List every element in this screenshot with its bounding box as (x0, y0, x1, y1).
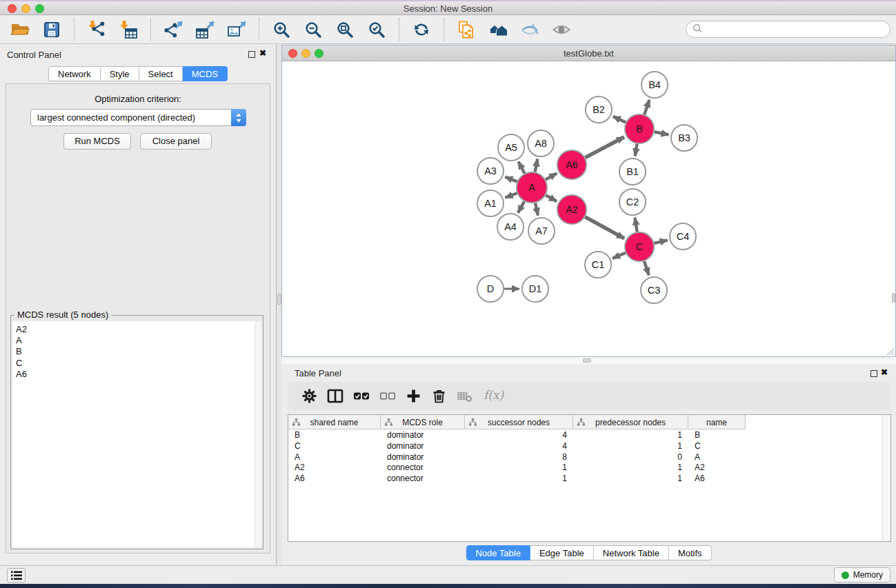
zoom-fit-icon[interactable] (335, 19, 355, 40)
graph-node-A2[interactable]: A2 (557, 195, 586, 224)
import-network-icon[interactable] (86, 19, 107, 40)
graph-node-B1[interactable]: B1 (619, 159, 646, 185)
graph-node-A3[interactable]: A3 (477, 158, 504, 184)
graph-edge-C-C1[interactable] (613, 253, 626, 258)
table-row-a2[interactable]: A2connector11A2 (288, 463, 882, 474)
network-canvas[interactable]: B4B2BB3A5A8A6A3B1AA1C2A2A4A7C4CC1C3DD1 (282, 62, 895, 356)
column-header-successor-nodes[interactable]: successor nodes (465, 415, 573, 429)
tab-node-table[interactable]: Node Table (466, 545, 530, 560)
zoom-selected-icon[interactable] (366, 19, 387, 40)
tab-mcds[interactable]: MCDS (183, 66, 228, 81)
graph-edge-A-A2[interactable] (546, 195, 557, 201)
import-table-icon[interactable] (118, 19, 139, 40)
graph-node-A5[interactable]: A5 (498, 134, 524, 161)
home-icon[interactable] (488, 19, 508, 40)
result-item-b[interactable]: B (12, 346, 261, 357)
delete-row-icon[interactable] (431, 387, 447, 404)
graph-edge-A-A5[interactable] (519, 161, 525, 173)
graph-edge-B-B3[interactable] (655, 132, 669, 134)
float-panel-icon[interactable] (870, 370, 877, 377)
search-input[interactable] (703, 23, 890, 36)
export-network-icon[interactable] (163, 19, 183, 40)
deselect-all-icon[interactable] (379, 387, 396, 404)
close-panel-icon[interactable]: ✖ (881, 367, 888, 377)
result-scrollbar[interactable] (255, 321, 261, 547)
table-row-a[interactable]: Adominator80A (288, 452, 882, 463)
float-panel-icon[interactable] (248, 51, 255, 58)
graph-node-B2[interactable]: B2 (586, 97, 612, 123)
hide-eye-icon[interactable] (519, 19, 540, 40)
tab-network[interactable]: Network (48, 66, 101, 81)
window-titlebar[interactable]: Session: New Session (0, 0, 896, 15)
divider-handle[interactable] (583, 358, 591, 363)
graph-edge-A-A7[interactable] (535, 203, 538, 215)
tab-style[interactable]: Style (101, 66, 139, 81)
graph-node-A1[interactable]: A1 (477, 190, 504, 216)
graph-edge-B-B1[interactable] (635, 144, 637, 156)
horizontal-split-divider[interactable] (281, 357, 896, 364)
graph-edge-B-B4[interactable] (644, 100, 649, 114)
graph-node-C4[interactable]: C4 (670, 223, 696, 250)
task-history-button[interactable] (7, 568, 26, 582)
graph-edge-A-A8[interactable] (535, 159, 538, 172)
graph-node-C3[interactable]: C3 (641, 277, 667, 303)
graph-edge-C-C4[interactable] (654, 240, 667, 243)
column-header-name[interactable]: name (688, 415, 746, 429)
graph-edge-C-C3[interactable] (644, 261, 649, 275)
graph-node-C1[interactable]: C1 (585, 252, 611, 278)
criterion-dropdown[interactable]: largest connected component (directed) (30, 109, 246, 126)
close-panel-icon[interactable]: ✖ (259, 48, 266, 58)
graph-node-A4[interactable]: A4 (497, 214, 524, 240)
result-item-a2[interactable]: A2 (12, 324, 261, 335)
graph-edge-A-A4[interactable] (518, 201, 524, 213)
graph-edge-A6-B[interactable] (585, 137, 624, 158)
close-panel-button[interactable]: Close panel (140, 133, 212, 150)
network-graph[interactable]: B4B2BB3A5A8A6A3B1AA1C2A2A4A7C4CC1C3DD1 (282, 62, 895, 356)
graph-node-A8[interactable]: A8 (528, 130, 554, 156)
graph-node-B4[interactable]: B4 (641, 72, 668, 98)
tab-edge-table[interactable]: Edge Table (530, 545, 594, 560)
export-image-icon[interactable] (226, 19, 247, 40)
zoom-out-icon[interactable] (303, 19, 323, 40)
save-session-icon[interactable] (41, 19, 62, 40)
table-row-b[interactable]: Bdominator41B (288, 430, 882, 441)
open-session-icon[interactable] (10, 19, 30, 40)
show-column-icon[interactable] (327, 387, 344, 404)
vertical-split-divider[interactable] (276, 45, 281, 565)
tab-select[interactable]: Select (139, 66, 183, 81)
graph-node-C2[interactable]: C2 (619, 189, 646, 215)
result-item-c[interactable]: C (12, 358, 261, 369)
show-eye-icon[interactable] (551, 19, 572, 40)
graph-node-A[interactable]: A (517, 172, 547, 203)
result-item-a[interactable]: A (12, 335, 261, 346)
graph-edge-A-A1[interactable] (505, 193, 517, 198)
export-table-icon[interactable] (195, 19, 215, 40)
table-row-c[interactable]: Cdominator41C (288, 441, 882, 452)
right-divider-handle[interactable] (892, 293, 895, 303)
tab-motifs[interactable]: Motifs (669, 545, 712, 560)
table-row-a6[interactable]: A6connector11A6 (288, 474, 882, 485)
graph-node-C[interactable]: C (625, 232, 654, 261)
graph-node-D1[interactable]: D1 (522, 276, 548, 302)
graph-node-A7[interactable]: A7 (528, 218, 555, 244)
column-header-mcds-role[interactable]: MCDS role (381, 415, 465, 429)
graph-edge-B-B2[interactable] (613, 116, 626, 123)
graph-node-A6[interactable]: A6 (557, 150, 586, 179)
tab-network-table[interactable]: Network Table (594, 545, 669, 560)
add-row-icon[interactable] (406, 387, 421, 404)
graph-node-B[interactable]: B (625, 114, 654, 143)
result-item-a6[interactable]: A6 (12, 369, 261, 380)
apply-layout-icon[interactable] (411, 19, 432, 40)
graph-edge-C-C2[interactable] (635, 218, 637, 232)
column-header-shared-name[interactable]: shared name (288, 415, 381, 429)
graph-node-B3[interactable]: B3 (671, 125, 697, 151)
table-scrollbar[interactable] (882, 415, 890, 541)
resize-grip[interactable] (884, 345, 895, 356)
graph-node-D[interactable]: D (477, 276, 504, 302)
run-mcds-button[interactable]: Run MCDS (63, 133, 131, 150)
graph-edge-A2-C[interactable] (585, 217, 624, 239)
gear-icon[interactable] (301, 387, 317, 404)
network-frame-titlebar[interactable]: testGlobe.txt (282, 45, 895, 61)
column-header-predecessor-nodes[interactable]: predecessor nodes (573, 415, 688, 429)
graph-edge-A-A6[interactable] (546, 173, 557, 179)
